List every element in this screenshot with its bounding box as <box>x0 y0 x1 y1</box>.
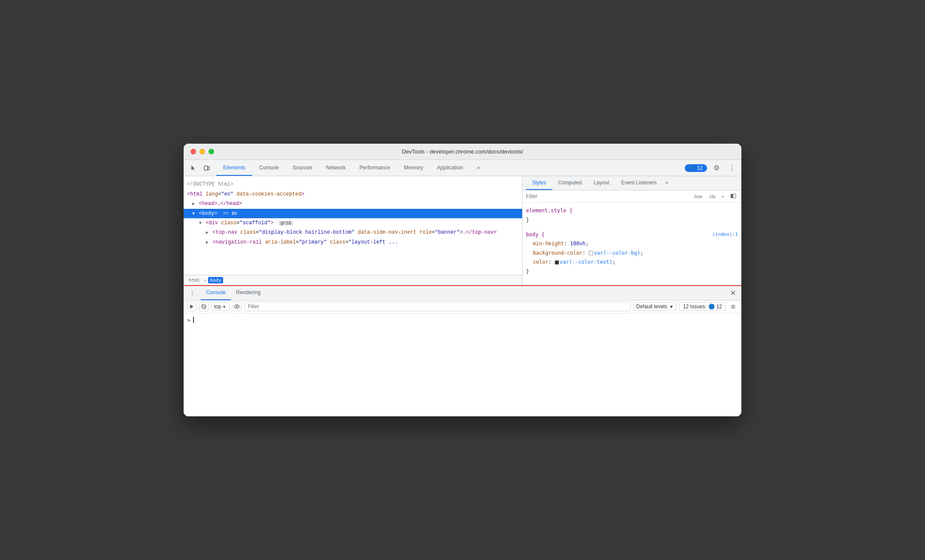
cursor-icon[interactable] <box>187 162 199 174</box>
dom-tree[interactable]: <!DOCTYPE html> <html lang="en" data-coo… <box>184 176 522 274</box>
console-body[interactable]: > <box>184 313 741 416</box>
styles-content: element.style { } body { (index):1 min-h… <box>523 203 741 285</box>
tab-memory[interactable]: Memory <box>397 160 430 176</box>
more-options-icon[interactable]: ⋮ <box>726 162 738 174</box>
styles-filter-actions: :hov .cls + <box>692 192 738 201</box>
element-style-close: } <box>526 217 529 223</box>
devtools-window: DevTools - developer.chrome.com/docs/dev… <box>184 144 741 416</box>
settings-icon[interactable]: ⚙ <box>710 162 722 174</box>
cls-filter-button[interactable]: .cls <box>707 193 717 200</box>
add-style-button[interactable]: + <box>720 193 726 200</box>
svg-rect-0 <box>204 166 208 170</box>
execute-script-icon[interactable] <box>187 302 196 311</box>
titlebar: DevTools - developer.chrome.com/docs/dev… <box>184 144 741 160</box>
prompt-arrow: > <box>187 317 190 323</box>
styles-filter-bar: :hov .cls + <box>523 190 741 203</box>
console-filter-input[interactable] <box>244 302 631 311</box>
console-prompt: > <box>187 317 738 323</box>
live-expression-icon[interactable] <box>232 302 242 311</box>
context-selector[interactable]: top ▼ <box>211 302 230 311</box>
dom-line-nav-rail[interactable]: ▶ <navigation-rail aria-label="primary" … <box>184 238 497 247</box>
body-style-close: } <box>526 268 529 274</box>
console-tab-bar: Console Rendering <box>201 286 266 300</box>
window-title: DevTools - developer.chrome.com/docs/dev… <box>402 148 523 155</box>
traffic-lights <box>190 149 214 154</box>
hov-filter-button[interactable]: :hov <box>692 193 704 200</box>
text-color-swatch[interactable] <box>555 260 559 265</box>
issues-text: 12 Issues: <box>683 304 707 310</box>
close-button[interactable] <box>190 149 196 154</box>
element-style-selector: element.style { <box>526 208 572 214</box>
dom-line-doctype[interactable]: <!DOCTYPE html> <box>184 180 522 189</box>
console-controls: top ▼ Default levels ▼ 12 Issues: 🔵 <box>184 301 741 313</box>
svg-line-6 <box>202 305 206 308</box>
element-style-block: element.style { } <box>526 206 738 225</box>
styles-tab-event-listeners[interactable]: Event Listeners <box>615 176 663 190</box>
issues-button[interactable]: 12 Issues: 🔵 12 <box>679 302 726 311</box>
issues-num: 12 <box>716 304 722 310</box>
dom-line-div-scaffold[interactable]: ▼ <div class="scaffold"> grid <box>184 218 522 228</box>
breadcrumb-bar: html › body <box>184 275 522 285</box>
dom-line-top-nav[interactable]: ▶ <top-nav class="display-block hairline… <box>184 228 522 237</box>
svg-point-8 <box>236 306 238 307</box>
console-tab-rendering[interactable]: Rendering <box>231 286 266 300</box>
svg-rect-1 <box>208 167 209 170</box>
svg-marker-4 <box>190 304 193 309</box>
console-tab-console[interactable]: Console <box>201 286 231 300</box>
bg-color-swatch[interactable] <box>589 251 593 255</box>
tab-more[interactable]: » <box>470 160 487 176</box>
devtools-main: <!DOCTYPE html> <html lang="en" data-coo… <box>184 176 741 285</box>
breadcrumb-html[interactable]: html <box>187 277 202 283</box>
styles-tab-bar: Styles Computed Layout Event Listeners » <box>523 176 741 190</box>
svg-rect-3 <box>733 194 736 198</box>
tab-performance[interactable]: Performance <box>353 160 397 176</box>
styles-tab-computed[interactable]: Computed <box>552 176 588 190</box>
maximize-button[interactable] <box>209 149 214 154</box>
styles-tab-styles[interactable]: Styles <box>526 176 552 190</box>
issues-flag-icon: 🔵 <box>708 304 715 310</box>
issues-badge[interactable]: 🔵 12 <box>685 164 707 172</box>
devtools-body: Elements Console Sources Network Perform… <box>184 160 741 416</box>
toggle-sidebar-icon[interactable] <box>729 192 738 201</box>
dom-line-head[interactable]: ▶ <head>…</head> <box>184 199 522 208</box>
toolbar-icons <box>187 162 213 174</box>
dom-line-html[interactable]: <html lang="en" data-cookies-accepted> <box>184 190 522 199</box>
dom-line-body[interactable]: ▼ <body> == $0 <box>184 209 522 218</box>
tab-elements[interactable]: Elements <box>216 160 252 176</box>
styles-filter-input[interactable] <box>526 193 688 199</box>
body-style-block: body { (index):1 min-height: 100vh; back… <box>526 230 738 277</box>
devtools-tab-bar: Elements Console Sources Network Perform… <box>216 160 685 176</box>
log-levels-label: Default levels <box>636 304 667 310</box>
device-toggle-icon[interactable] <box>201 162 213 174</box>
styles-panel: Styles Computed Layout Event Listeners »… <box>523 176 741 285</box>
console-panel: ⋮ Console Rendering ✕ <box>184 285 741 416</box>
style-min-height: min-height: 100vh; <box>526 239 738 249</box>
toolbar-right: 🔵 12 ⚙ ⋮ <box>685 162 738 174</box>
console-settings-icon[interactable]: ⚙ <box>729 302 738 311</box>
log-levels-arrow-icon: ▼ <box>669 304 674 309</box>
styles-tab-more[interactable]: » <box>663 176 671 190</box>
svg-rect-2 <box>731 194 733 198</box>
elements-panel: <!DOCTYPE html> <html lang="en" data-coo… <box>184 176 523 285</box>
log-levels-selector[interactable]: Default levels ▼ <box>633 302 677 311</box>
tab-sources[interactable]: Sources <box>286 160 319 176</box>
tab-console[interactable]: Console <box>252 160 286 176</box>
body-selector: body { <box>526 232 544 238</box>
issues-count: 12 <box>697 165 703 171</box>
styles-tab-layout[interactable]: Layout <box>588 176 615 190</box>
context-arrow-icon: ▼ <box>222 304 227 309</box>
tab-network[interactable]: Network <box>319 160 353 176</box>
minimize-button[interactable] <box>200 149 205 154</box>
issues-icon: 🔵 <box>689 165 695 171</box>
console-toolbar: ⋮ Console Rendering ✕ <box>184 286 741 301</box>
body-style-source[interactable]: (index):1 <box>712 230 738 239</box>
console-close-button[interactable]: ✕ <box>728 288 738 298</box>
console-more-icon[interactable]: ⋮ <box>187 288 197 298</box>
breadcrumb-body[interactable]: body <box>208 277 223 283</box>
tab-application[interactable]: Application <box>430 160 470 176</box>
style-color: color: var(--color-text); <box>526 258 738 267</box>
style-background-color: background-color: var(--color-bg); <box>526 249 738 258</box>
context-value: top <box>214 304 221 310</box>
devtools-toolbar: Elements Console Sources Network Perform… <box>184 160 741 176</box>
clear-console-icon[interactable] <box>199 302 209 311</box>
